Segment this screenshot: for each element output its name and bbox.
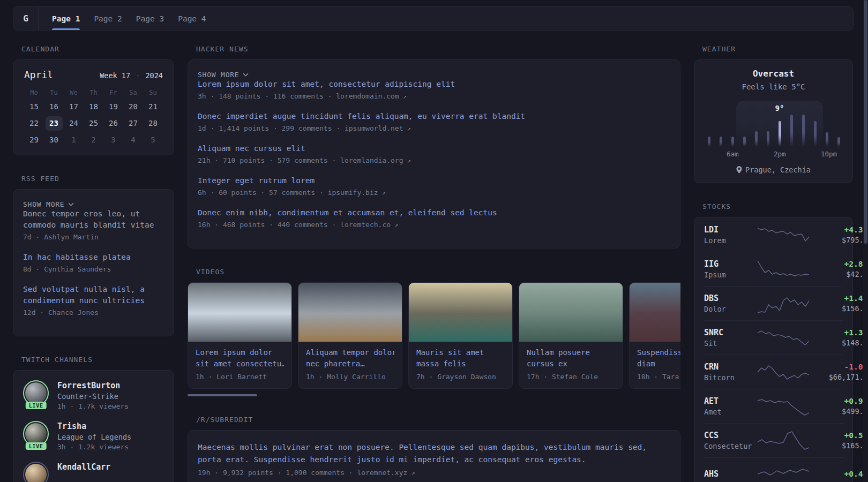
stock-sparkline — [758, 293, 809, 314]
stock-sparkline — [758, 327, 809, 349]
stock-identity: IIG Ipsum — [704, 259, 758, 279]
external-link-icon: ↗ — [391, 221, 398, 229]
stock-row[interactable]: LDI Lorem +4.35% $795.18 — [704, 217, 843, 252]
twitch-channel-game: League of Legends — [57, 433, 131, 441]
page-scrollbar[interactable] — [863, 0, 868, 482]
feed-item-source-link[interactable]: ipsumworld.net — [345, 124, 403, 132]
middle-column: HACKER NEWS SHOW MORE Lorem ipsum dolor … — [188, 45, 680, 482]
videos-scrollbar-thumb[interactable] — [188, 394, 257, 396]
app-logo[interactable]: G — [13, 7, 39, 30]
calendar-day: 30 — [46, 133, 63, 147]
video-meta: 1h · Molly Carrillo — [306, 373, 394, 381]
feed-item-meta-text: 1d · 1,414 points · 299 comments · — [198, 124, 345, 132]
page-tab[interactable]: Page 4 — [178, 7, 206, 30]
feed-item-source-link[interactable]: ipsumify.biz — [328, 189, 378, 197]
feed-item-meta: 8d · Cynthia Saunders — [23, 265, 164, 273]
video-card-body: Mauris sit ametmassa felis 7h · Grayson … — [409, 342, 512, 388]
weather-bar-cell — [738, 101, 750, 147]
avatar-image — [25, 382, 47, 404]
stock-row[interactable]: CRN Bitcorn -1.00% $66,171.48 — [704, 355, 843, 389]
video-card[interactable]: Nullam posuerecursus ex 17h · Stefan Col… — [519, 282, 623, 389]
video-thumbnail — [188, 283, 291, 342]
feed-item-source-link[interactable]: loremlandia.org — [340, 156, 403, 164]
feed-item-title-link[interactable]: In hac habitasse platea — [23, 252, 164, 263]
live-badge: LIVE — [26, 402, 47, 409]
feed-item: In hac habitasse platea 8d · Cynthia Sau… — [23, 252, 164, 273]
video-thumbnail — [409, 283, 512, 342]
feed-item-meta-text: 3h · 148 points · 116 comments · — [198, 92, 336, 100]
twitch-channel-row[interactable]: LIVE ForrestBurton Counter-Strike 1h · 1… — [23, 380, 164, 410]
stock-row[interactable]: AET Amet +0.92% $499.72 — [704, 389, 843, 423]
feed-item-meta-text: 12d · Chance Jones — [23, 308, 99, 317]
feed-item-source-link[interactable]: loremnet.xyz — [357, 469, 407, 477]
stock-row[interactable]: SNRC Sit +1.36% $148.64 — [704, 320, 843, 355]
page-scrollbar-thumb[interactable] — [864, 0, 867, 244]
stock-change: +4.35% — [809, 225, 868, 234]
external-link-icon: ↗ — [399, 93, 407, 100]
stocks-card: LDI Lorem +4.35% $795.18 IIG Ipsum +2.84… — [694, 217, 853, 482]
stock-sparkline — [758, 362, 809, 383]
weather-bar — [731, 137, 734, 147]
twitch-channel-meta: 1h · 1.7k viewers — [57, 402, 129, 410]
feed-item-title-link[interactable]: Donec enim nibh, condimentum et accumsan… — [198, 207, 670, 219]
page-tab[interactable]: Page 1 — [52, 7, 80, 30]
twitch-widget: TWITCH CHANNELS LIVE ForrestBurton Count… — [13, 356, 174, 482]
twitch-channel-row[interactable]: LIVE Trisha League of Legends 3h · 1.2k … — [23, 421, 164, 451]
videos-widget: VIDEOS Lorem ipsum dolorsit amet consect… — [188, 268, 680, 396]
weather-bar-cell — [809, 101, 821, 147]
weather-bar — [814, 121, 817, 147]
calendar-day: 25 — [85, 116, 102, 131]
feed-item-title-link[interactable]: Lorem ipsum dolor sit amet, consectetur … — [198, 79, 670, 90]
calendar-header: April Week 17 · 2024 — [24, 69, 163, 80]
stock-name: Ipsum — [704, 270, 758, 279]
rss-show-more-button[interactable]: SHOW MORE — [23, 200, 74, 208]
twitch-card: LIVE ForrestBurton Counter-Strike 1h · 1… — [13, 370, 174, 482]
feed-item-title-link[interactable]: Donec imperdiet augue tincidunt felis al… — [198, 111, 670, 122]
feed-item-title-link[interactable]: Sed volutpat nulla nisl, a condimentum n… — [23, 284, 164, 306]
dashboard-page: G Page 1Page 2Page 3Page 4 CALENDAR Apri… — [0, 0, 868, 482]
stock-change: +1.42% — [809, 294, 868, 303]
video-card[interactable]: Aliquam tempor dolornec pharetra… 1h · M… — [298, 282, 402, 389]
calendar-day: 15 — [26, 100, 43, 114]
stock-symbol: IIG — [704, 259, 758, 269]
weather-bar-cell — [715, 101, 727, 147]
feed-item-title-link[interactable]: Maecenas mollis pulvinar erat non posuer… — [198, 441, 670, 466]
rss-widget: RSS FEED SHOW MORE Donec tempor eros leo… — [13, 175, 174, 336]
stock-symbol: AHS — [704, 469, 758, 479]
external-link-icon: ↗ — [403, 125, 411, 132]
page-tab[interactable]: Page 2 — [94, 7, 122, 30]
weather-bar — [708, 137, 710, 147]
calendar-day: 1 — [65, 133, 83, 147]
video-card[interactable]: Suspendissediam 18h · Tara — [629, 282, 680, 389]
stock-row[interactable]: AHS +0.46% — [704, 457, 843, 482]
videos-scrollbar[interactable] — [188, 394, 680, 396]
stock-change: -1.00% — [809, 363, 868, 371]
stock-symbol: LDI — [704, 225, 758, 235]
stock-row[interactable]: CCS Consectetur +0.51% $165.84 — [704, 423, 843, 457]
stock-values: +0.51% $165.84 — [809, 431, 868, 450]
feed-item-source-link[interactable]: loremtech.co — [340, 221, 391, 229]
calendar-weekday: Mo — [24, 89, 44, 96]
stock-name: Bitcorn — [704, 373, 758, 382]
hackernews-show-more-button[interactable]: SHOW MORE — [198, 71, 249, 79]
video-card[interactable]: Lorem ipsum dolorsit amet consectetu… 1h… — [188, 282, 292, 389]
feed-item-title-link[interactable]: Aliquam nec cursus elit — [198, 143, 670, 154]
stock-row[interactable]: DBS Dolor +1.42% $156.28 — [704, 286, 843, 320]
feed-item-title-link[interactable]: Integer eget rutrum lorem — [198, 175, 670, 186]
page-tab[interactable]: Page 3 — [136, 7, 164, 30]
stock-identity: CCS Consectetur — [704, 431, 758, 450]
twitch-channel-row[interactable]: KendallCarr — [23, 462, 164, 482]
weather-chart: 9° — [703, 101, 844, 147]
avatar: LIVE — [23, 380, 49, 406]
section-title-stocks: STOCKS — [702, 202, 853, 210]
feed-item-title-link[interactable]: Donec tempor eros leo, ut commodo mauris… — [23, 208, 164, 231]
stock-row[interactable]: IIG Ipsum +2.84% $42.04 — [704, 252, 843, 286]
feed-item-meta-text: 6h · 60 points · 57 comments · — [198, 189, 328, 197]
video-thumbnail — [630, 283, 680, 342]
stocks-widget: STOCKS LDI Lorem +4.35% $795.18 IIG Ipsu… — [694, 202, 853, 482]
stock-change: +2.84% — [809, 260, 868, 268]
stock-sparkline — [758, 396, 809, 417]
feed-item-source-link[interactable]: loremdomain.com — [336, 92, 399, 100]
calendar-weekday-row: MoTuWeThFrSaSu — [24, 89, 163, 96]
video-card[interactable]: Mauris sit ametmassa felis 7h · Grayson … — [408, 282, 513, 389]
